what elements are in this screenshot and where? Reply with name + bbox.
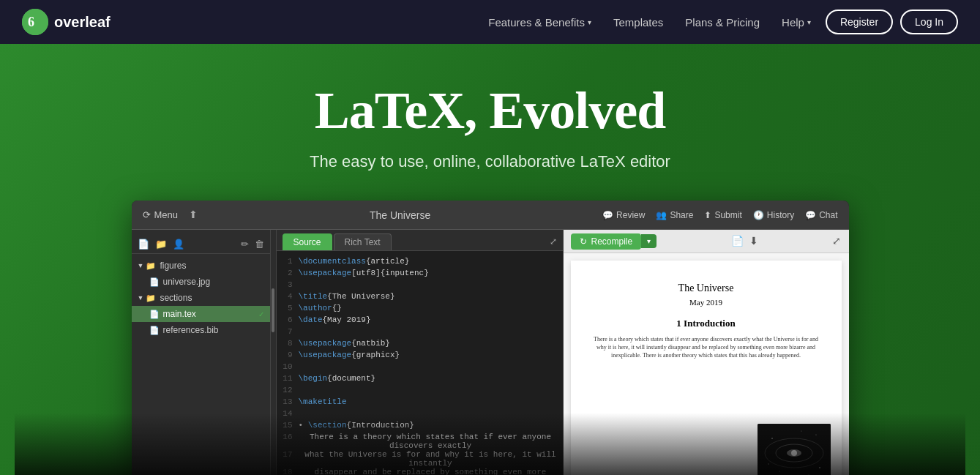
file-icon: 📄 — [149, 277, 160, 287]
file-main-label: main.tex — [163, 309, 196, 319]
recompile-button-group: ↻ Recompile ▾ — [571, 233, 657, 250]
recompile-label: Recompile — [591, 236, 633, 247]
menu-icon: ⟳ — [143, 209, 151, 220]
overleaf-logo-svg: 6 — [22, 9, 48, 35]
history-label: History — [767, 210, 794, 220]
download-icon[interactable]: ⬇ — [749, 235, 758, 247]
chat-icon: 💬 — [805, 210, 816, 220]
recompile-dropdown-button[interactable]: ▾ — [641, 234, 657, 248]
chat-action[interactable]: 💬 Chat — [805, 210, 837, 220]
code-line: 9 \usepackage{graphicx} — [277, 351, 563, 362]
nav-pricing-label: Plans & Pricing — [685, 16, 760, 29]
file-universe-jpg[interactable]: 📄 universe.jpg — [132, 274, 270, 290]
folder-sections-icon: 📁 — [146, 293, 156, 303]
cta-title: Get started now — [29, 471, 951, 475]
file-edit-icon[interactable]: ✏ — [241, 239, 249, 250]
tab-source[interactable]: Source — [283, 233, 332, 250]
folder-icon: 📁 — [146, 261, 156, 271]
code-line: 12 — [277, 386, 563, 397]
svg-text:6: 6 — [28, 15, 34, 29]
nav-features-label: Features & Benefits — [488, 16, 585, 29]
folder-figures[interactable]: ▼ 📁 figures — [132, 258, 270, 274]
login-button[interactable]: Log In — [900, 10, 958, 34]
code-line: 6 \date{May 2019} — [277, 315, 563, 327]
nav-help-label: Help — [782, 16, 804, 29]
svg-point-0 — [22, 9, 48, 35]
logo-text: overleaf — [54, 14, 111, 31]
submit-action[interactable]: ⬆ Submit — [704, 210, 741, 220]
hero-subtitle: The easy to use, online, collaborative L… — [15, 152, 965, 171]
nav-templates[interactable]: Templates — [613, 16, 663, 29]
nav-help[interactable]: Help ▾ — [782, 16, 811, 29]
tab-rich-text-label: Rich Text — [345, 237, 381, 247]
download-pdf-icon[interactable]: 📄 — [731, 235, 744, 247]
menu-button[interactable]: ⟳ Menu — [143, 209, 179, 220]
editor-menu-section: ⟳ Menu ⬆ — [143, 209, 198, 221]
preview-doc-title: The Universe — [589, 283, 823, 294]
upload-icon[interactable]: ⬆ — [189, 209, 198, 221]
code-line: 13 \maketitle — [277, 397, 563, 409]
review-label: Review — [616, 210, 645, 220]
review-action[interactable]: 💬 Review — [602, 210, 645, 220]
logo[interactable]: 6 overleaf — [22, 9, 111, 35]
editor-topbar: ⟳ Menu ⬆ The Universe 💬 Review 👥 Share ⬆… — [132, 201, 849, 230]
tab-source-label: Source — [293, 237, 321, 247]
logo-icon: 6 — [22, 9, 48, 35]
history-icon: 🕐 — [753, 210, 764, 220]
recompile-icon: ↻ — [580, 236, 587, 247]
chevron-down-icon-2: ▾ — [807, 18, 811, 26]
scrollbar-handle[interactable] — [272, 288, 274, 332]
code-line: 10 — [277, 362, 563, 374]
code-line: 8 \usepackage{natbib} — [277, 339, 563, 351]
hero-section: LaTeX, Evolved The easy to use, online, … — [0, 44, 980, 475]
code-line: 3 — [277, 280, 563, 292]
history-action[interactable]: 🕐 History — [753, 210, 794, 220]
file-ref-icon: 📄 — [149, 326, 160, 335]
new-folder-icon[interactable]: 📁 — [155, 239, 167, 250]
folder-figures-label: figures — [160, 261, 186, 271]
code-line: 4 \title{The Universe} — [277, 292, 563, 304]
recompile-button[interactable]: ↻ Recompile — [571, 233, 642, 250]
preview-expand-icon[interactable]: ⤢ — [832, 235, 841, 247]
expand-icon[interactable]: ⤢ — [550, 236, 557, 247]
chat-label: Chat — [819, 210, 837, 220]
code-line: 5 \author{} — [277, 304, 563, 315]
file-active-indicator: ✓ — [258, 310, 264, 318]
editor-document-title: The Universe — [370, 209, 430, 221]
source-tab-group: Source Rich Text — [283, 233, 392, 250]
nav-features[interactable]: Features & Benefits ▾ — [488, 16, 591, 29]
code-line: 11 \begin{document} — [277, 374, 563, 386]
nav-templates-label: Templates — [613, 16, 663, 29]
cta-overlay: Get started now Register using Google iD — [15, 413, 965, 475]
preview-section-title: 1 Introduction — [589, 318, 823, 329]
editor-actions: 💬 Review 👥 Share ⬆ Submit 🕐 History 💬 — [602, 210, 837, 220]
share-icon: 👥 — [656, 210, 667, 220]
code-line: 7 — [277, 327, 563, 339]
source-tabs: Source Rich Text ⤢ — [277, 230, 563, 251]
upload-file-icon[interactable]: 👤 — [173, 239, 184, 250]
nav-links: Features & Benefits ▾ Templates Plans & … — [488, 16, 811, 29]
file-delete-icon[interactable]: 🗑 — [255, 239, 264, 250]
chevron-down-icon: ▾ — [588, 18, 591, 26]
folder-sections[interactable]: ▼ 📁 sections — [132, 290, 270, 306]
tab-rich-text[interactable]: Rich Text — [334, 233, 392, 250]
share-action[interactable]: 👥 Share — [656, 210, 693, 220]
share-label: Share — [670, 210, 693, 220]
code-line: 1 \documentclass{article} — [277, 257, 563, 269]
menu-label: Menu — [154, 209, 179, 220]
new-file-icon[interactable]: 📄 — [138, 239, 149, 250]
register-button[interactable]: Register — [826, 10, 893, 34]
preview-toolbar: ↻ Recompile ▾ 📄 ⬇ ⤢ — [564, 230, 849, 253]
preview-doc-date: May 2019 — [589, 298, 823, 307]
code-line: 2 \usepackage[utf8]{inputenc} — [277, 269, 563, 280]
preview-icons: 📄 ⬇ — [731, 235, 758, 247]
file-references-bib[interactable]: 📄 references.bib — [132, 322, 270, 338]
submit-label: Submit — [714, 210, 741, 220]
folder-sections-label: sections — [160, 293, 192, 303]
file-ref-label: references.bib — [163, 325, 219, 335]
navbar: 6 overleaf Features & Benefits ▾ Templat… — [0, 0, 980, 44]
file-main-tex[interactable]: 📄 main.tex ✓ — [132, 306, 270, 322]
preview-body-text: There is a theory which states that if e… — [589, 335, 823, 360]
hero-title: LaTeX, Evolved — [15, 81, 965, 141]
nav-pricing[interactable]: Plans & Pricing — [685, 16, 760, 29]
